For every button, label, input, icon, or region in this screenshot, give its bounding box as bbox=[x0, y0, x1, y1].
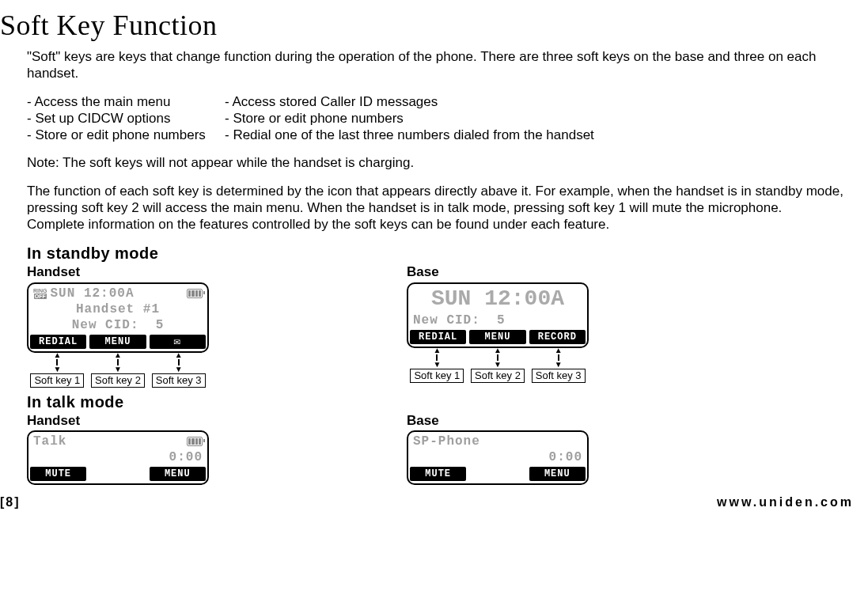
softkey-3-label: Soft key 3 bbox=[532, 369, 586, 383]
handset-standby-lcd: RINGOFF SUN 12:00A Handset #1 New CID: 5… bbox=[27, 282, 209, 353]
softkey-menu[interactable]: MENU bbox=[89, 335, 146, 349]
softkey-1-label: Soft key 1 bbox=[30, 373, 84, 388]
arrow-icon bbox=[494, 347, 502, 369]
softkey-mail-icon[interactable] bbox=[150, 335, 206, 349]
arrow-icon bbox=[555, 347, 563, 369]
lcd-line: New CID: 5 bbox=[413, 312, 506, 328]
note-text: Note: The soft keys will not appear whil… bbox=[27, 154, 854, 171]
arrow-icon bbox=[53, 351, 61, 373]
page-title: Soft Key Function bbox=[0, 8, 854, 44]
softkey-menu[interactable]: MENU bbox=[529, 467, 586, 481]
softkey-empty bbox=[469, 467, 525, 481]
softkey-2-label: Soft key 2 bbox=[471, 369, 525, 383]
list-item: - Access stored Caller ID messages bbox=[225, 93, 854, 110]
lcd-line: Handset #1 bbox=[76, 301, 160, 317]
arrow-icon bbox=[433, 347, 441, 369]
standby-heading: In standby mode bbox=[27, 244, 854, 263]
footer-url: www.uniden.com bbox=[717, 494, 854, 510]
ring-off-icon: RINGOFF bbox=[33, 288, 47, 299]
description-text: The function of each soft key is determi… bbox=[27, 183, 854, 233]
lcd-line: SUN 12:00A bbox=[431, 285, 564, 312]
handset-talk-lcd: Talk 0:00 MUTE MENU bbox=[27, 430, 209, 485]
lcd-line: SUN 12:00A bbox=[51, 286, 135, 301]
base-standby-lcd: SUN 12:00A New CID: 5 REDIAL MENU RECORD bbox=[407, 282, 589, 348]
lcd-line: New CID: 5 bbox=[72, 317, 165, 333]
lcd-line: Talk bbox=[33, 434, 66, 449]
softkey-mute[interactable]: MUTE bbox=[410, 467, 466, 481]
softkey-2-label: Soft key 2 bbox=[91, 373, 145, 388]
lcd-line: SP-Phone bbox=[413, 434, 480, 449]
softkey-record[interactable]: RECORD bbox=[529, 330, 586, 344]
intro-text: "Soft" keys are keys that change functio… bbox=[27, 48, 854, 82]
handset-label: Handset bbox=[27, 412, 407, 429]
softkey-redial[interactable]: REDIAL bbox=[410, 330, 466, 344]
softkey-pointer-row: Soft key 1 Soft key 2 Soft key 3 bbox=[27, 351, 209, 388]
base-label: Base bbox=[407, 263, 787, 280]
softkey-3-label: Soft key 3 bbox=[152, 373, 206, 388]
softkey-pointer-row: Soft key 1 Soft key 2 Soft key 3 bbox=[407, 347, 589, 383]
base-talk-lcd: SP-Phone 0:00 MUTE MENU bbox=[407, 430, 589, 485]
lcd-line: 0:00 bbox=[549, 449, 582, 465]
softkey-1-label: Soft key 1 bbox=[410, 369, 464, 383]
battery-icon bbox=[187, 437, 203, 446]
softkey-menu[interactable]: MENU bbox=[150, 467, 206, 481]
softkey-empty bbox=[89, 467, 146, 481]
talk-heading: In talk mode bbox=[27, 392, 854, 412]
arrow-icon bbox=[175, 351, 183, 373]
handset-label: Handset bbox=[27, 263, 407, 280]
list-item: - Store or edit phone numbers bbox=[27, 127, 225, 143]
page-number: [8] bbox=[0, 494, 21, 510]
list-item: - Access the main menu bbox=[27, 93, 225, 110]
battery-icon bbox=[187, 289, 203, 298]
list-item: - Store or edit phone numbers bbox=[225, 110, 854, 127]
feature-list: - Access the main menu- Access stored Ca… bbox=[27, 93, 854, 144]
softkey-menu[interactable]: MENU bbox=[469, 330, 525, 344]
list-item: - Redial one of the last three numbers d… bbox=[225, 127, 854, 143]
softkey-mute[interactable]: MUTE bbox=[30, 467, 86, 481]
lcd-line: 0:00 bbox=[169, 449, 203, 465]
base-label: Base bbox=[407, 412, 787, 429]
arrow-icon bbox=[114, 351, 122, 373]
list-item: - Set up CIDCW options bbox=[27, 110, 225, 127]
softkey-redial[interactable]: REDIAL bbox=[30, 335, 86, 349]
